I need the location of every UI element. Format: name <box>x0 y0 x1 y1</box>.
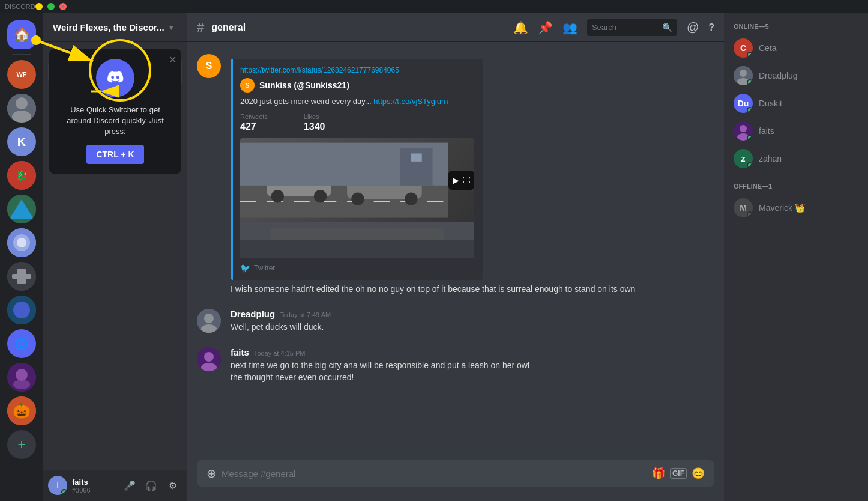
member-status-dot <box>747 79 753 85</box>
pin-icon[interactable]: 📌 <box>538 20 553 35</box>
help-icon[interactable]: ? <box>708 22 714 33</box>
tweet-avatar: S <box>240 78 255 93</box>
server-icon-11[interactable] <box>7 363 36 392</box>
msg-content-1: https://twitter.com/i/status/12682462177… <box>231 54 714 280</box>
svg-point-25 <box>271 190 284 202</box>
list-item[interactable]: Dreadplug <box>729 62 863 89</box>
gift-icon[interactable]: 🎁 <box>652 467 665 480</box>
server-icon-7[interactable] <box>7 228 36 257</box>
member-list: ONLINE—5 C Ceta Dreadplug Du Duskit <box>724 13 868 501</box>
maximize-button[interactable]: □ <box>47 3 55 10</box>
channel-header: # general 🔔 📌 👥 Search 🔍 @ ? <box>187 13 724 42</box>
msg-username-faits[interactable]: faits <box>231 347 249 357</box>
server-icon-8[interactable] <box>7 262 36 291</box>
svg-point-2 <box>12 111 31 123</box>
svg-point-17 <box>13 380 30 389</box>
svg-rect-12 <box>17 269 26 284</box>
tweet-text: 2020 just gets more weird every day... h… <box>240 96 475 107</box>
likes-value: 1340 <box>304 121 325 132</box>
play-button[interactable]: ▶ ⛶ <box>448 171 474 190</box>
emoji-button[interactable]: 😊 <box>692 467 705 480</box>
at-mention-icon[interactable]: @ <box>687 20 699 34</box>
user-display-name: faits <box>72 478 115 487</box>
table-row: Dreadplug Today at 7:49 AM Well, pet duc… <box>187 306 724 336</box>
discord-logo-icon <box>96 59 134 97</box>
close-button[interactable]: ✕ <box>59 3 67 10</box>
server-icon-5[interactable]: 🐉 <box>7 161 36 190</box>
tweet-media: ▶ ⛶ <box>240 138 474 258</box>
member-status-dot <box>747 211 753 217</box>
message-input-area: ⊕ 🎁 GIF 😊 <box>187 460 724 501</box>
list-item[interactable]: M Maverick 👑 <box>729 195 863 221</box>
settings-button[interactable]: ⚙ <box>163 476 182 495</box>
minimize-button[interactable]: ─ <box>35 3 43 10</box>
member-status-dot <box>747 135 753 141</box>
msg-username[interactable]: Dreadplug <box>231 309 275 319</box>
avatar: S <box>197 54 221 78</box>
message-input-bar: ⊕ 🎁 GIF 😊 <box>197 460 714 487</box>
server-icon-10[interactable]: 🌀 <box>7 329 36 358</box>
play-icon: ▶ <box>453 175 459 185</box>
server-icon-k[interactable]: K <box>7 127 36 156</box>
messages-area: S https://twitter.com/i/status/126824621… <box>187 42 724 460</box>
member-status-dot <box>747 162 753 168</box>
search-bar[interactable]: Search 🔍 <box>587 19 677 36</box>
app-container: 🏠 WF K 🐉 🌀 🎃 + <box>0 13 868 501</box>
member-section-spacer <box>729 173 863 183</box>
server-icon-9[interactable] <box>7 296 36 324</box>
quick-switcher-text: Use Quick Switcher to get around Discord… <box>59 105 172 138</box>
msg-header-faits: faits Today at 4:15 PM <box>231 347 714 357</box>
msg-content-3: Dreadplug Today at 7:49 AM Well, pet duc… <box>231 309 714 333</box>
window-controls[interactable]: ─ □ ✕ <box>35 3 67 10</box>
svg-point-41 <box>204 352 214 362</box>
user-status-dot <box>61 489 67 495</box>
retweet-value: 427 <box>240 121 268 132</box>
avatar: Du <box>734 94 753 113</box>
twitter-embed: https://twitter.com/i/status/12682462177… <box>231 59 483 280</box>
server-name: Weird Flexes, the Discor... <box>53 22 164 32</box>
attach-button[interactable]: ⊕ <box>206 466 217 481</box>
member-name: Duskit <box>759 99 782 108</box>
server-list: 🏠 WF K 🐉 🌀 🎃 + <box>0 13 43 501</box>
mic-button[interactable]: 🎤 <box>120 476 139 495</box>
server-icon-3[interactable] <box>7 94 36 123</box>
svg-point-14 <box>13 302 30 318</box>
tweet-footer: 🐦 Twitter <box>240 263 475 273</box>
tweet-media-bottom <box>240 222 474 258</box>
list-item[interactable]: z zahan <box>729 145 863 172</box>
msg-timestamp: Today at 7:49 AM <box>280 311 331 318</box>
tweet-stats: Retweets 427 Likes 1340 <box>240 113 475 132</box>
list-item[interactable]: faits <box>729 118 863 144</box>
gif-button[interactable]: GIF <box>670 468 687 479</box>
avatar <box>197 309 221 333</box>
list-item[interactable]: Du Duskit <box>729 90 863 117</box>
server-header[interactable]: Weird Flexes, the Discor... ▾ <box>43 13 187 42</box>
headphone-button[interactable]: 🎧 <box>142 476 161 495</box>
server-icon-wf[interactable]: WF <box>7 60 36 89</box>
server-icon-6[interactable] <box>7 195 36 223</box>
home-server-icon[interactable]: 🏠 <box>7 20 36 49</box>
svg-rect-33 <box>411 154 422 162</box>
message-input[interactable] <box>222 469 647 479</box>
notification-bell-icon[interactable]: 🔔 <box>513 20 528 35</box>
msg-text-faits-2: the thought never even occurred! <box>231 372 714 384</box>
fullscreen-icon: ⛶ <box>463 176 470 184</box>
list-item[interactable]: C Ceta <box>729 35 863 61</box>
tweet-author-row: S Sunkiss (@Sunkiss21) <box>240 78 475 93</box>
user-info: faits #3066 <box>72 478 115 494</box>
member-list-icon[interactable]: 👥 <box>562 20 577 35</box>
quick-switcher-close[interactable]: ✕ <box>169 54 176 65</box>
quick-switcher-tooltip: ✕ Use Quick Switcher to get around Disco… <box>49 49 181 174</box>
tweet-link[interactable]: https://t.co/vjSTygiurn <box>373 97 448 106</box>
server-icon-plus[interactable]: + <box>7 430 36 459</box>
svg-point-47 <box>740 125 747 132</box>
channel-header-name: general <box>211 22 246 33</box>
tweet-url[interactable]: https://twitter.com/i/status/12682462177… <box>240 66 399 74</box>
server-icon-12[interactable]: 🎃 <box>7 396 36 425</box>
avatar <box>197 347 221 371</box>
tweet-media-top: ▶ ⛶ <box>240 138 474 222</box>
quick-switcher-shortcut[interactable]: CTRL + K <box>86 145 143 164</box>
avatar <box>734 121 753 141</box>
member-status-dot <box>747 52 753 58</box>
offline-members-label: OFFLINE—1 <box>729 183 863 190</box>
